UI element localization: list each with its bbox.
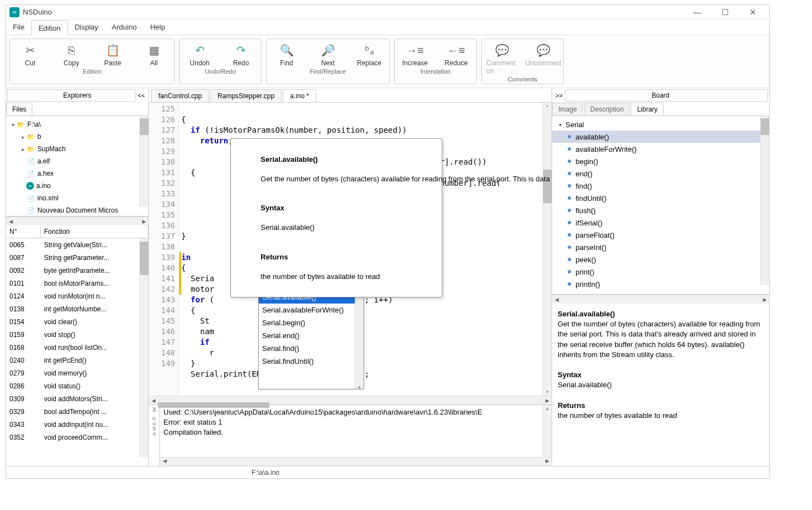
col-num-header[interactable]: N° [6, 225, 41, 238]
tab-library[interactable]: Library [631, 103, 664, 116]
find-button[interactable]: 🔍Find [271, 41, 302, 67]
autocomplete-item[interactable]: Serial.begin() [259, 316, 364, 329]
increase-indent-button[interactable]: →≡Increase [399, 41, 431, 67]
redo-button[interactable]: ↷Redo [225, 41, 257, 67]
comment-button: 💬Comment on [486, 41, 518, 75]
menu-display[interactable]: Display [68, 20, 105, 35]
autocomplete-item[interactable]: Serial.find() [259, 342, 364, 355]
menu-arduino[interactable]: Arduino [105, 20, 143, 35]
output-text[interactable]: Used: C:\Users\jeanluc\AppData\Local\Ard… [160, 405, 552, 466]
cut-button-label: Cut [25, 59, 36, 67]
tree-root[interactable]: ▾ 📁 F:\a\ [6, 118, 148, 131]
find-icon: 🔍 [278, 41, 296, 59]
function-row[interactable]: 0087String getParameter... [6, 251, 148, 264]
tree-item[interactable]: ▸📁SupMach [6, 143, 148, 155]
minimize-button[interactable]: ― [689, 8, 705, 17]
function-row[interactable]: 0168void run(bool listOn... [6, 341, 148, 354]
line-number: 147 [149, 337, 175, 348]
expand-right-button[interactable]: >> [553, 89, 566, 102]
next-button[interactable]: 🔎Next [312, 41, 344, 67]
lib-scrollbar[interactable] [760, 116, 769, 285]
function-row[interactable]: 0343void addInput(int nu... [6, 418, 148, 431]
editor-tab[interactable]: fanControl.cpp [151, 89, 209, 102]
close-button[interactable]: ✕ [745, 8, 761, 17]
library-item[interactable]: peek() [552, 253, 769, 266]
col-func-header[interactable]: Fonction [41, 225, 148, 238]
function-row[interactable]: 0329bool addTempo(int ... [6, 405, 148, 418]
cut-button[interactable]: ✂Cut [14, 41, 46, 67]
editor-v-scroll[interactable]: ▴ ▾ [543, 103, 552, 396]
all-button[interactable]: ▦All [138, 41, 170, 67]
library-item[interactable]: available() [552, 131, 769, 143]
uncomment-button-label: Uncomment [525, 59, 562, 67]
tab-files[interactable]: Files [6, 103, 32, 116]
paste-button-label: Paste [104, 59, 122, 67]
tree-toggle-icon[interactable]: ▸ [20, 134, 26, 140]
tree-item[interactable]: 📄a.hex [6, 167, 148, 180]
library-item-label: find() [576, 182, 592, 190]
editor-tab[interactable]: a.ino * [283, 89, 316, 102]
menu-edition[interactable]: Edition [31, 20, 68, 35]
library-item[interactable]: flush() [552, 204, 769, 216]
menu-help[interactable]: Help [143, 20, 172, 35]
maximize-button[interactable]: ☐ [717, 8, 733, 17]
function-row[interactable]: 0065String getValue(Stri... [6, 238, 148, 251]
code-editor[interactable]: 1251261271281291301311321331341351361371… [149, 103, 552, 396]
tab-description[interactable]: Description [584, 103, 630, 116]
library-item[interactable]: parseFloat() [552, 229, 769, 241]
library-item[interactable]: ifSerial() [552, 216, 769, 229]
tree-item[interactable]: ▸📁b [6, 131, 148, 143]
function-row[interactable]: 0279void memory() [6, 367, 148, 379]
tree-scrollbar[interactable] [139, 116, 148, 207]
tooltip-syntax-h: Syntax [260, 204, 284, 212]
copy-button[interactable]: ⎘Copy [56, 41, 87, 67]
function-row[interactable]: 0240int getPcEnd() [6, 354, 148, 367]
function-row[interactable]: 0159void stop() [6, 328, 148, 341]
library-item[interactable]: end() [552, 167, 769, 180]
library-item[interactable]: parseInt() [552, 241, 769, 253]
autocomplete-item[interactable]: Serial.availableForWrite() [259, 304, 364, 316]
function-row[interactable]: 0154void clear() [6, 315, 148, 328]
lib-root[interactable]: ▾ Serial [552, 118, 769, 131]
library-item[interactable]: availableForWrite() [552, 143, 769, 155]
library-item[interactable]: find() [552, 180, 769, 192]
tree-item[interactable]: ∞a.ino [6, 180, 148, 192]
lib-toggle-icon[interactable]: ▾ [557, 122, 563, 128]
func-scrollbar[interactable] [139, 238, 148, 457]
output-v-scroll[interactable]: ▴ [543, 405, 552, 457]
lib-h-scroll[interactable]: ◀▶ [552, 295, 769, 304]
function-row[interactable]: 0124void runMotor(int n... [6, 290, 148, 302]
output-h-scroll[interactable]: ◀▶ [160, 457, 552, 466]
code-content[interactable]: { if (!isMotorParamsOk(number, position,… [179, 103, 552, 396]
paste-button[interactable]: 📋Paste [97, 41, 128, 67]
function-row[interactable]: 0092byte getIntParamete... [6, 264, 148, 277]
undo-button[interactable]: ↶Undoh [184, 41, 215, 67]
editor-tab[interactable]: RampsStepper.cpp [210, 89, 282, 102]
tree-toggle-icon[interactable]: ▸ [20, 146, 26, 152]
function-row[interactable]: 0352void proceedComm... [6, 431, 148, 444]
library-item[interactable]: print() [552, 266, 769, 278]
function-row[interactable]: 0286void status() [6, 379, 148, 392]
tree-item[interactable]: 📄ino.xml [6, 192, 148, 204]
function-row[interactable]: 0101bool isMotorParams... [6, 277, 148, 290]
library-item[interactable]: begin() [552, 155, 769, 167]
function-row[interactable]: 0309void addMotors(Stri... [6, 392, 148, 405]
tree-item[interactable]: 📄Nouveau Document Micros [6, 204, 148, 216]
output-c-button[interactable]: Co [149, 415, 160, 425]
function-row[interactable]: 0138int getMotorNumbe... [6, 302, 148, 315]
reduce-indent-button[interactable]: ←≡Reduce [441, 41, 472, 67]
output-s-button[interactable]: So [149, 425, 160, 435]
tree-h-scroll[interactable]: ◀▶ [6, 216, 148, 225]
replace-button[interactable]: ᵇₐReplace [354, 41, 385, 67]
library-item[interactable]: findUntil() [552, 192, 769, 204]
tree-toggle-icon[interactable]: ▾ [9, 122, 16, 128]
editor-h-scroll[interactable]: ◀▶ [149, 396, 552, 405]
tab-image[interactable]: Image [552, 103, 583, 116]
menu-file[interactable]: File [6, 20, 31, 35]
collapse-left-button[interactable]: << [135, 89, 147, 102]
autocomplete-item[interactable]: Serial.end() [259, 329, 364, 342]
library-item[interactable]: println() [552, 278, 769, 290]
autocomplete-item[interactable]: Serial.findUntil() [259, 355, 364, 368]
undo-button-label: Undoh [190, 59, 209, 67]
tree-item[interactable]: 📄a.elf [6, 155, 148, 167]
